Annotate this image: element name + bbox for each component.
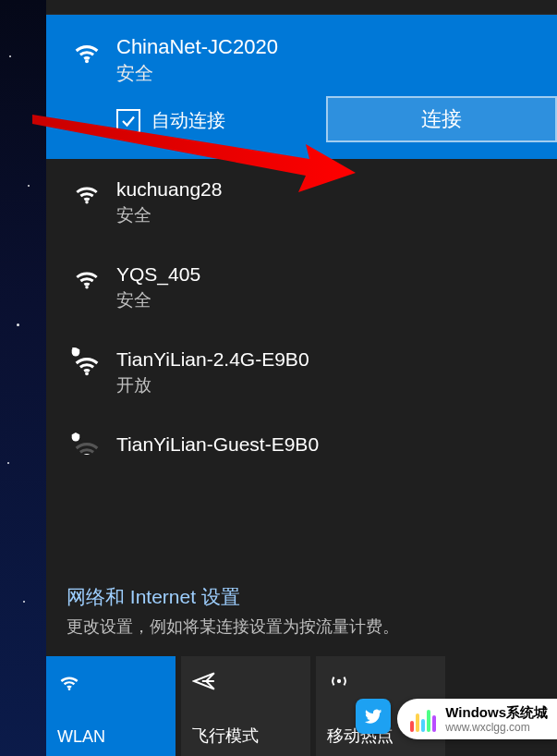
network-security: 安全 bbox=[116, 288, 200, 312]
wifi-icon bbox=[67, 35, 107, 67]
tile-label: WLAN bbox=[57, 727, 164, 747]
network-settings-subtitle: 更改设置，例如将某连接设置为按流量计费。 bbox=[67, 616, 537, 638]
network-flyout: ChinaNet-JC2020 安全 自动连接 连接 bbox=[46, 0, 557, 756]
tile-airplane-mode[interactable]: 飞行模式 bbox=[181, 656, 310, 756]
svg-point-4 bbox=[85, 372, 89, 375]
selected-network-block[interactable]: ChinaNet-JC2020 安全 自动连接 连接 bbox=[46, 15, 557, 159]
wifi-icon bbox=[67, 262, 107, 292]
wifi-icon bbox=[67, 177, 107, 207]
network-security: 开放 bbox=[116, 373, 309, 397]
selected-network-name: ChinaNet-JC2020 bbox=[116, 35, 278, 59]
network-item[interactable]: YQS_405 安全 bbox=[46, 244, 557, 329]
connect-button[interactable]: 连接 bbox=[326, 96, 557, 142]
svg-point-8 bbox=[337, 679, 341, 683]
hotspot-icon bbox=[327, 667, 434, 695]
watermark-url: www.wxclgg.com bbox=[445, 721, 548, 734]
network-settings-section: 网络和 Internet 设置 更改设置，例如将某连接设置为按流量计费。 bbox=[46, 577, 557, 643]
watermark-logo-icon bbox=[410, 706, 438, 732]
tile-wlan[interactable]: WLAN bbox=[46, 656, 176, 756]
network-item[interactable]: kuchuang28 安全 bbox=[46, 159, 557, 244]
svg-text:!: ! bbox=[73, 348, 75, 349]
available-networks-list: kuchuang28 安全 YQS_405 安全 ! bbox=[46, 159, 557, 577]
wifi-open-shield-icon: ! bbox=[67, 348, 107, 379]
svg-point-2 bbox=[85, 201, 88, 203]
network-settings-link[interactable]: 网络和 Internet 设置 bbox=[67, 584, 537, 610]
network-item[interactable]: ! TianYiLian-2.4G-E9B0 开放 bbox=[46, 329, 557, 414]
svg-point-3 bbox=[85, 286, 88, 288]
wifi-open-shield-icon bbox=[67, 433, 107, 455]
twitter-badge-icon bbox=[356, 699, 391, 734]
wifi-icon bbox=[57, 667, 164, 695]
svg-point-0 bbox=[85, 59, 89, 63]
svg-point-7 bbox=[68, 688, 71, 690]
panel-top-divider bbox=[46, 0, 557, 15]
checkbox-icon bbox=[116, 109, 140, 133]
watermark-badge: Windows系统城 www.wxclgg.com bbox=[397, 699, 557, 739]
network-name: kuchuang28 bbox=[116, 177, 222, 201]
airplane-icon bbox=[192, 667, 299, 695]
watermark-title: Windows系统城 bbox=[445, 704, 548, 722]
network-security: 安全 bbox=[116, 203, 222, 227]
network-name: TianYiLian-2.4G-E9B0 bbox=[116, 348, 309, 372]
auto-connect-label: 自动连接 bbox=[151, 108, 225, 133]
tile-label: 飞行模式 bbox=[192, 725, 299, 747]
selected-network-security: 安全 bbox=[116, 61, 278, 86]
network-name: TianYiLian-Guest-E9B0 bbox=[116, 433, 319, 455]
network-name: YQS_405 bbox=[116, 262, 200, 287]
connect-button-label: 连接 bbox=[421, 105, 462, 133]
network-item[interactable]: TianYiLian-Guest-E9B0 bbox=[46, 414, 557, 455]
